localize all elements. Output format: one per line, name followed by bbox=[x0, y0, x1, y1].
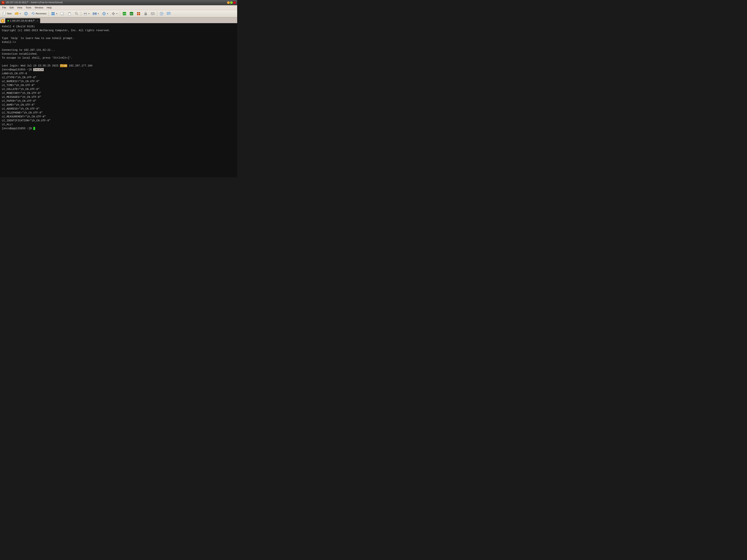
terminal-line-1: Xshell 4 (Build 0126) bbox=[2, 25, 235, 29]
keyboard-icon bbox=[151, 11, 155, 16]
separator-3 bbox=[120, 11, 120, 16]
svg-rect-10 bbox=[53, 14, 54, 15]
xftp-button[interactable]: FTP bbox=[121, 11, 128, 17]
svg-marker-2 bbox=[5, 12, 6, 12]
new-label: New bbox=[7, 12, 11, 15]
separator-4 bbox=[157, 11, 157, 16]
tools-dropdown-arrow: ▼ bbox=[116, 13, 118, 15]
menu-file[interactable]: File bbox=[1, 6, 8, 9]
terminal-blank-2 bbox=[2, 44, 235, 48]
terminal-line-12: LC_NUMERIC="zh_CN.UTF-8" bbox=[2, 80, 235, 83]
tools-icon bbox=[111, 11, 115, 16]
separator-2 bbox=[81, 11, 81, 16]
reconnect-button[interactable]: Reconnect bbox=[30, 11, 48, 17]
xshell-button[interactable]: XSH bbox=[128, 11, 135, 17]
tab-bar: + 1 182.207.131.62-准生产 × bbox=[0, 18, 237, 23]
svg-rect-14 bbox=[69, 12, 70, 13]
open-button[interactable]: ▼ bbox=[13, 11, 22, 17]
svg-rect-7 bbox=[52, 12, 53, 14]
terminal-line-17: LC_PAPER="zh_CN.UTF-8" bbox=[2, 99, 235, 103]
terminal-line-22: LC_IDENTIFICATION="zh_CN.UTF-8" bbox=[2, 119, 235, 123]
terminal-line-15: LC_MONETARY="zh_CN.UTF-8" bbox=[2, 91, 235, 95]
menu-tools[interactable]: Tools bbox=[24, 6, 33, 9]
tab-connection-indicator bbox=[7, 20, 9, 22]
new-button[interactable]: New bbox=[1, 11, 13, 17]
tab-1[interactable]: 1 182.207.131.62-准生产 × bbox=[5, 18, 40, 23]
svg-rect-44 bbox=[152, 13, 153, 13]
xftp-icon: FTP bbox=[122, 11, 126, 16]
terminal-line-6: Connection established. bbox=[2, 52, 235, 56]
terminal-blank-3 bbox=[2, 60, 235, 64]
terminal[interactable]: Xshell 4 (Build 0126) Copyright (c) 2002… bbox=[0, 23, 237, 177]
terminal-line-19: LC_ADDRESS="zh_CN.UTF-8" bbox=[2, 107, 235, 111]
browser-dropdown-arrow: ▼ bbox=[107, 13, 108, 15]
transfer-button[interactable]: ▼ bbox=[91, 11, 100, 17]
terminal-line-8: Last login: Wed Jul 19 15:35:25 2023 fro… bbox=[2, 64, 235, 68]
maximize-button[interactable] bbox=[230, 1, 233, 4]
tools-button[interactable]: ▼ bbox=[110, 11, 119, 17]
svg-point-28 bbox=[112, 13, 114, 15]
minimize-button[interactable] bbox=[227, 1, 230, 4]
terminal-line-4: Xshell:\> bbox=[2, 40, 235, 44]
menu-help[interactable]: Help bbox=[45, 6, 53, 9]
svg-rect-46 bbox=[151, 14, 152, 14]
browser-button[interactable]: ▼ bbox=[101, 11, 110, 17]
svg-text:FTP: FTP bbox=[123, 13, 126, 15]
svg-rect-40 bbox=[139, 14, 140, 15]
help-button[interactable]: ? bbox=[158, 11, 165, 17]
title-bar: S 182.207.131.62-准生产 - Xshell 4 (Free fo… bbox=[0, 0, 237, 5]
transfer-icon bbox=[93, 11, 97, 16]
xshell-icon: XSH bbox=[129, 11, 133, 16]
menu-bar: File Edit View Tools Window Help bbox=[0, 5, 237, 10]
session-icon bbox=[51, 11, 55, 16]
svg-rect-47 bbox=[152, 14, 153, 14]
svg-rect-39 bbox=[137, 14, 138, 15]
reconnect-label: Reconnect bbox=[36, 12, 46, 15]
print-button[interactable]: ▼ bbox=[82, 11, 91, 17]
title-bar-text: 182.207.131.62-准生产 - Xshell 4 (Free for … bbox=[6, 1, 226, 4]
terminal-blank-1 bbox=[2, 32, 235, 36]
menu-window[interactable]: Window bbox=[33, 6, 45, 9]
tab-close-button[interactable]: × bbox=[37, 20, 38, 22]
terminal-line-5: Connecting to 182.207.131.62:22... bbox=[2, 48, 235, 52]
copy-button[interactable] bbox=[59, 11, 66, 17]
find-button[interactable] bbox=[73, 11, 80, 17]
close-button[interactable] bbox=[233, 1, 236, 4]
lock-icon bbox=[144, 11, 148, 16]
terminal-cursor bbox=[33, 127, 35, 130]
terminal-line-16: LC_MESSAGES="zh_CN.UTF-8" bbox=[2, 95, 235, 99]
reconnect-icon bbox=[31, 11, 35, 16]
paste-icon bbox=[68, 11, 72, 16]
connect-button[interactable] bbox=[23, 11, 29, 17]
svg-rect-13 bbox=[69, 13, 71, 15]
svg-rect-9 bbox=[52, 14, 53, 15]
terminal-line-20: LC_TELEPHONE="zh_CN.UTF-8" bbox=[2, 111, 235, 115]
add-tab-button[interactable]: + bbox=[1, 19, 4, 23]
tab-label: 1 182.207.131.62-准生产 bbox=[10, 19, 35, 22]
toolbar: New ▼ bbox=[0, 10, 237, 18]
paste-button[interactable] bbox=[66, 11, 73, 17]
menu-view[interactable]: View bbox=[16, 6, 24, 9]
svg-marker-6 bbox=[32, 13, 33, 14]
terminal-line-7: To escape to local shell, press 'Ctrl+Al… bbox=[2, 56, 235, 60]
print-dropdown-arrow: ▼ bbox=[88, 13, 89, 15]
svg-rect-1 bbox=[4, 12, 5, 14]
session-icon2 bbox=[136, 11, 140, 16]
svg-rect-41 bbox=[145, 14, 147, 15]
transfer-dropdown-arrow: ▼ bbox=[98, 13, 99, 15]
lock-button[interactable] bbox=[142, 11, 149, 17]
print-icon bbox=[83, 11, 87, 16]
session-manager-button[interactable]: ▼ bbox=[50, 11, 59, 17]
menu-edit[interactable]: Edit bbox=[8, 6, 15, 9]
svg-text:?: ? bbox=[161, 12, 162, 15]
svg-point-15 bbox=[75, 12, 77, 14]
message-button[interactable] bbox=[165, 11, 172, 17]
session-manager-btn2[interactable] bbox=[135, 11, 142, 17]
keyboard-button[interactable] bbox=[149, 11, 156, 17]
app-icon: S bbox=[1, 1, 4, 4]
terminal-line-2: Copyright (c) 2002-2013 NetSarang Comput… bbox=[2, 29, 235, 32]
new-icon bbox=[2, 11, 6, 16]
svg-rect-37 bbox=[137, 12, 138, 14]
message-icon bbox=[166, 11, 171, 16]
help-icon: ? bbox=[159, 11, 163, 16]
